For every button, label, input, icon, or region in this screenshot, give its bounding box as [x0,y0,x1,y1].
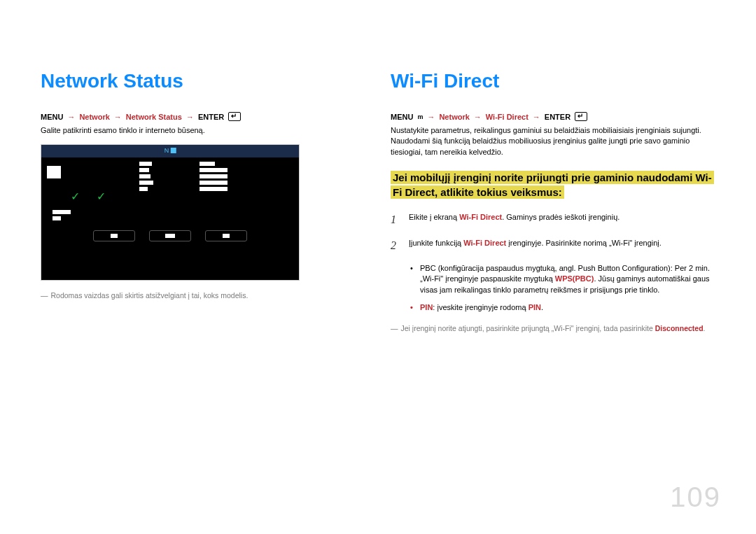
menu-l1: Network [439,113,469,121]
arrow-icon: → [67,113,75,121]
menu-l2: Wi-Fi Direct [486,113,528,121]
screenshot-title: N [164,147,176,154]
left-footnote: ― Rodomas vaizdas gali skirtis atsižvelg… [41,290,342,301]
bullet-pin: • PIN: įveskite įrenginyje rodomą PIN. [410,302,721,313]
menu-l1: Network [79,113,109,121]
page-number: 109 [670,482,721,513]
instruction-highlight: Jei mobilųjį įrenginį norite prijungti p… [391,171,714,199]
arrow-icon: → [533,113,540,121]
left-description: Galite patikrinti esamo tinklo ir intern… [41,125,342,136]
arrow-icon: → [114,113,122,121]
arrow-icon: → [186,113,194,121]
arrow-icon: → [474,113,482,121]
dash-icon: ― [391,323,398,334]
enter-icon [228,112,241,121]
screenshot-button [93,230,135,241]
heading-network-status: Network Status [41,70,342,92]
bullet-pbc: • PBC (konfigūracija paspaudus mygtuką, … [410,263,721,295]
menu-l3: ENTER [545,113,570,121]
check-icon: ✓ [97,190,106,203]
menu-label: MENU [391,113,413,121]
screenshot-button [149,230,191,241]
network-status-screenshot: N ✓ ✓ [41,144,300,281]
dash-icon: ― [41,290,48,301]
menu-m-icon: m [417,113,423,120]
heading-wifi-direct: Wi-Fi Direct [391,70,721,92]
right-footnote: ― Jei įrenginį norite atjungti, pasirink… [391,323,721,334]
check-icon: ✓ [71,190,80,203]
screenshot-button [205,230,247,241]
right-description: Nustatykite parametrus, reikalingus gami… [391,125,721,157]
menu-path-right: MENU m → Network → Wi-Fi Direct → ENTER [391,112,721,121]
menu-path-left: MENU → Network → Network Status → ENTER [41,112,342,121]
menu-l3: ENTER [198,113,224,121]
step-number: 1 [391,212,400,227]
menu-l2: Network Status [126,113,182,121]
enter-icon [575,112,587,121]
menu-label: MENU [41,113,63,121]
step-1: 1 Eikite į ekraną Wi-Fi Direct. Gaminys … [391,212,721,227]
step-2: 2 Įjunkite funkciją Wi-Fi Direct įrengin… [391,238,721,253]
step-number: 2 [391,238,400,253]
arrow-icon: → [427,113,435,121]
